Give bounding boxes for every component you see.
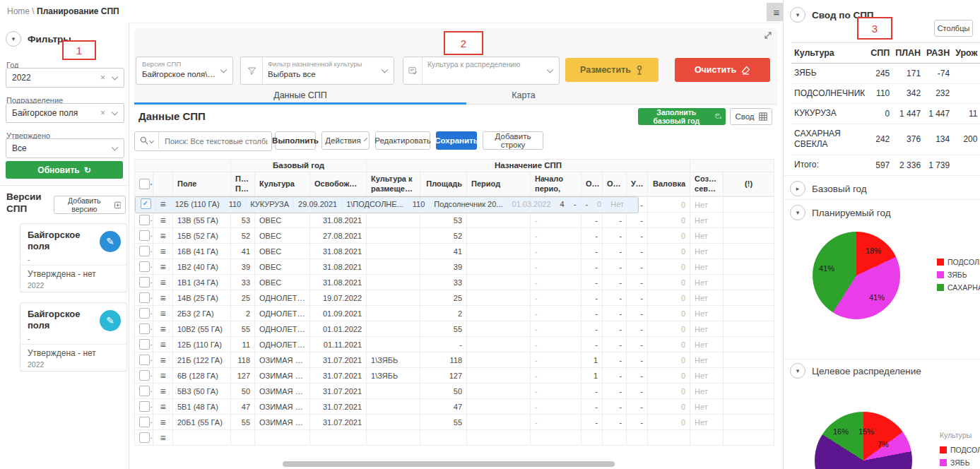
row-menu-icon[interactable]: ≡ — [160, 339, 165, 350]
planned-year-section-header[interactable]: ▾ Планируемый год — [790, 205, 891, 220]
collapse-icon[interactable]: ▾ — [790, 7, 805, 23]
actions-button[interactable]: Действия — [321, 131, 370, 150]
columns-button[interactable]: Столбцы — [934, 20, 973, 37]
version-card[interactable]: Байгорское поля ✎ - Утверждена - нет 202… — [20, 223, 127, 292]
row-checkbox[interactable] — [139, 246, 150, 256]
row-checkbox[interactable] — [139, 339, 150, 350]
table-row[interactable]: ✓≡12Б (110 ГА)110КУКУРУЗА29.09.20211\ПОД… — [135, 196, 639, 213]
add-row-button[interactable]: Добавить строку — [483, 131, 543, 150]
col-created[interactable]: Создан севообор — [690, 172, 724, 196]
table-row[interactable]: ≡5В1 (48 ГА)47ОЗИМАЯ ПШЕ...31.07.202147-… — [135, 399, 774, 415]
row-menu-icon[interactable]: ≡ — [160, 277, 165, 288]
save-button[interactable]: Сохранить — [436, 131, 477, 150]
sum-col-razn[interactable]: РАЗН — [923, 43, 952, 64]
edit-pencil-icon[interactable]: ✎ — [100, 231, 121, 252]
fill-base-year-button[interactable]: Заполнить базовый год — [638, 108, 726, 125]
row-checkbox[interactable] — [139, 261, 150, 272]
row-checkbox[interactable]: ✓ — [141, 198, 151, 209]
table-row[interactable]: ≡ — [135, 430, 774, 446]
row-menu-icon[interactable]: ≡ — [160, 355, 165, 366]
tab-dannye-spp[interactable]: Данные СПП — [134, 90, 466, 100]
sum-col-urozh[interactable]: Урож — [952, 43, 980, 64]
row-menu-icon[interactable]: ≡ — [160, 323, 165, 335]
tab-karta[interactable]: Карта — [466, 90, 581, 100]
search-mode-button[interactable] — [135, 132, 159, 149]
col-area[interactable]: Площадь — [420, 172, 467, 196]
col-placement[interactable]: Культура к размещению — [367, 172, 420, 196]
row-checkbox[interactable] — [139, 230, 150, 241]
search-input[interactable] — [163, 133, 269, 150]
edit-button[interactable]: Редактировать — [375, 131, 430, 150]
row-checkbox[interactable] — [139, 386, 150, 396]
row-checkbox[interactable] — [139, 277, 150, 287]
sum-col-spp[interactable]: СПП — [868, 43, 892, 64]
row-checkbox[interactable] — [139, 401, 150, 412]
col-start[interactable]: Начало перио, — [531, 172, 581, 196]
table-row[interactable]: ≡20Б1 (55 ГА)55ОЗИМАЯ ПШЕ...31.07.202155… — [135, 415, 774, 430]
collapse-icon[interactable]: ▾ — [790, 363, 805, 379]
filters-section-header[interactable]: ▾ Фильтры — [6, 31, 71, 47]
row-menu-icon[interactable]: ≡ — [160, 198, 166, 210]
row-menu-icon[interactable]: ≡ — [160, 215, 165, 226]
row-menu-icon[interactable]: ≡ — [160, 401, 165, 412]
row-menu-icon[interactable]: ≡ — [160, 417, 165, 428]
row-checkbox[interactable] — [139, 355, 150, 365]
culture-distribution-combo[interactable]: Культура к распределению — [403, 57, 560, 85]
row-menu-icon[interactable]: ≡ — [160, 261, 165, 273]
row-menu-icon[interactable]: ≡ — [160, 386, 165, 397]
table-row[interactable]: ≡13В (55 ГА)53ОВЕС31.08.202153----0Нет — [135, 213, 774, 228]
col-culture[interactable]: Культура — [255, 172, 310, 196]
refresh-button[interactable]: Обновить↻ — [6, 161, 123, 179]
svod-button[interactable]: Свод — [730, 108, 772, 125]
row-checkbox[interactable] — [139, 370, 150, 381]
row-checkbox[interactable] — [139, 323, 150, 334]
clear-value-icon[interactable]: × — [100, 73, 105, 83]
collapse-icon[interactable]: ▸ — [790, 181, 805, 196]
table-row[interactable]: ≡15В (52 ГА)52ОВЕС27.08.202152----0Нет — [135, 228, 774, 244]
breadcrumb-home[interactable]: Home — [7, 6, 30, 16]
col-prev-area[interactable]: Пред Площ, — [231, 172, 255, 196]
row-checkbox[interactable] — [139, 292, 150, 303]
approved-select[interactable]: Все — [6, 138, 124, 158]
row-checkbox[interactable] — [139, 432, 150, 443]
clear-value-icon[interactable]: × — [100, 108, 105, 118]
col-release[interactable]: Освобождение — [310, 172, 367, 196]
table-row[interactable]: ≡16В (41 ГА)41ОВЕС31.08.202141----0Нет — [135, 244, 774, 259]
row-checkbox[interactable] — [139, 417, 150, 427]
row-menu-icon[interactable]: ≡ — [160, 308, 165, 319]
table-row[interactable]: ≡2Б3 (2 ГА)2ОДНОЛЕТНИЕ ...01.09.20212---… — [135, 306, 774, 321]
clear-button[interactable]: Очистить — [675, 58, 770, 82]
table-row[interactable]: ≡21Б (122 ГА)118ОЗИМАЯ ПШЕ...31.07.20211… — [135, 352, 774, 368]
col-field[interactable]: Поле — [173, 172, 231, 196]
col-optim[interactable]: Оптим — [581, 172, 603, 196]
row-menu-icon[interactable]: ≡ — [160, 292, 165, 304]
collapse-icon[interactable]: ▾ — [6, 31, 21, 47]
col-valovka[interactable]: Валовка — [648, 172, 690, 196]
version-select[interactable]: Версия СПП Байгорское поля\2022\1 — [136, 57, 233, 85]
col-ogran[interactable]: Огран — [603, 172, 627, 196]
row-menu-icon[interactable]: ≡ — [160, 432, 165, 444]
row-checkbox[interactable] — [139, 308, 150, 319]
row-checkbox[interactable] — [139, 215, 150, 225]
expand-icon[interactable] — [763, 30, 773, 40]
col-period[interactable]: Период — [467, 172, 531, 196]
run-button[interactable]: Выполнить — [275, 131, 316, 150]
table-row[interactable]: ≡1В2 (40 ГА)39ОВЕС31.08.202139----0Нет — [135, 259, 774, 275]
select-all-checkbox[interactable] — [139, 179, 150, 189]
collapse-icon[interactable]: ▾ — [790, 205, 805, 220]
edit-pencil-icon[interactable]: ✎ — [100, 310, 121, 331]
table-row[interactable]: ≡12Б (110 ГА)11ОДНОЛЕТНИЕ ...01.11.2021-… — [135, 337, 774, 352]
version-card[interactable]: Байгорское поля ✎ - Утверждена - нет 202… — [20, 302, 127, 372]
year-select[interactable]: 2022 × — [6, 68, 124, 88]
col-urozh[interactable]: Урожа — [627, 172, 648, 196]
sum-col-culture[interactable]: Культура — [791, 43, 868, 64]
row-menu-icon[interactable]: ≡ — [160, 246, 165, 257]
table-row[interactable]: ≡10В2 (55 ГА)55ОДНОЛЕТНИЕ ...01.01.20225… — [135, 321, 774, 337]
target-section-header[interactable]: ▾ Целевое распределение — [790, 363, 921, 379]
base-year-section-header[interactable]: ▸ Базовый год — [790, 181, 867, 196]
table-row[interactable]: ≡5В3 (50 ГА)50ОЗИМАЯ ПШЕ...31.07.202150-… — [135, 384, 774, 399]
col-warn[interactable]: (!) — [724, 172, 774, 196]
division-select[interactable]: Байгорское поля × — [6, 103, 124, 123]
assigned-culture-filter[interactable]: Фильтр назначенной культуры Выбрать все — [240, 57, 394, 85]
horizontal-scrollbar[interactable] — [283, 461, 615, 467]
